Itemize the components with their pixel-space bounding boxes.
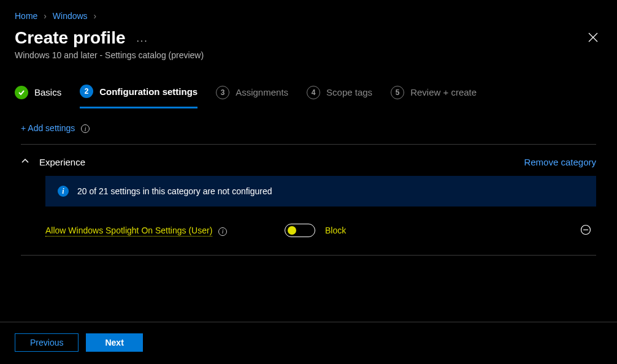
step-configuration-settings[interactable]: 2 Configuration settings: [80, 85, 197, 108]
step-number-icon: 2: [80, 85, 93, 98]
page-header: Create profile ··· Windows 10 and later …: [0, 26, 617, 66]
close-icon: [588, 32, 599, 43]
add-settings-row: + Add settings i: [21, 123, 596, 145]
next-button[interactable]: Next: [86, 333, 142, 352]
wizard-steps: Basics 2 Configuration settings 3 Assign…: [0, 66, 617, 108]
footer: Previous Next: [0, 322, 617, 364]
category-title: Experience: [39, 157, 85, 167]
toggle-label: Block: [325, 226, 346, 235]
step-label: Scope tags: [326, 87, 372, 97]
step-basics[interactable]: Basics: [15, 86, 61, 108]
breadcrumb-windows[interactable]: Windows: [53, 11, 88, 21]
add-settings-link[interactable]: + Add settings: [21, 123, 75, 133]
chevron-up-icon: [21, 157, 29, 165]
checkmark-icon: [15, 86, 28, 99]
category-header: Experience Remove category: [21, 145, 596, 176]
toggle-switch[interactable]: [285, 224, 315, 237]
page-subtitle: Windows 10 and later - Settings catalog …: [15, 50, 602, 60]
chevron-right-icon: ›: [44, 11, 47, 21]
step-label: Assignments: [236, 87, 288, 97]
info-banner-text: 20 of 21 settings in this category are n…: [77, 186, 272, 196]
step-label: Configuration settings: [99, 86, 197, 97]
step-number-icon: 4: [307, 86, 320, 99]
step-number-icon: 5: [391, 86, 404, 99]
content-area: + Add settings i Experience Remove categ…: [0, 108, 617, 256]
chevron-right-icon: ›: [94, 11, 97, 21]
more-actions-button[interactable]: ···: [136, 36, 148, 47]
info-icon[interactable]: i: [218, 227, 227, 236]
step-label: Review + create: [410, 87, 477, 97]
remove-icon: [580, 224, 591, 235]
remove-setting-button[interactable]: [580, 224, 596, 237]
collapse-button[interactable]: [21, 157, 29, 167]
breadcrumb-home[interactable]: Home: [15, 11, 37, 21]
step-scope-tags[interactable]: 4 Scope tags: [307, 86, 372, 108]
previous-button[interactable]: Previous: [15, 333, 79, 352]
close-button[interactable]: [588, 32, 599, 45]
breadcrumb: Home › Windows ›: [0, 0, 617, 26]
info-banner: i 20 of 21 settings in this category are…: [45, 176, 596, 207]
setting-row: Allow Windows Spotlight On Settings (Use…: [45, 224, 596, 237]
page-title: Create profile: [15, 28, 126, 48]
step-assignments[interactable]: 3 Assignments: [216, 86, 288, 108]
info-icon: i: [58, 186, 69, 197]
step-label: Basics: [34, 87, 61, 97]
info-icon[interactable]: i: [81, 124, 90, 133]
setting-label: Allow Windows Spotlight On Settings (Use…: [45, 226, 212, 237]
step-review-create[interactable]: 5 Review + create: [391, 86, 477, 108]
remove-category-link[interactable]: Remove category: [524, 157, 596, 167]
step-number-icon: 3: [216, 86, 229, 99]
category-body: i 20 of 21 settings in this category are…: [21, 176, 596, 255]
toggle-knob-icon: [288, 226, 296, 235]
